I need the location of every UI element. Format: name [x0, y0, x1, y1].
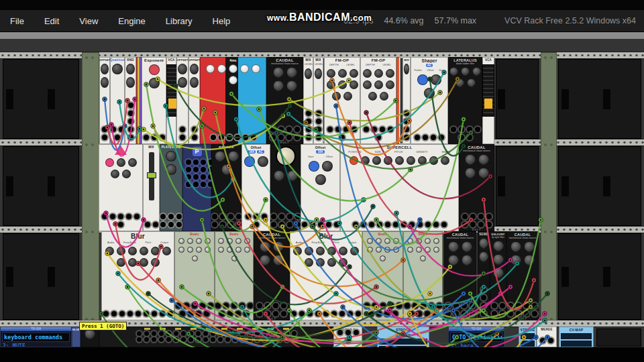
jack[interactable]	[257, 303, 262, 308]
jack[interactable]	[111, 311, 117, 316]
knob[interactable]	[286, 67, 297, 78]
jack[interactable]	[316, 127, 321, 132]
jack[interactable]	[462, 311, 467, 316]
jack[interactable]	[372, 127, 377, 132]
jack[interactable]	[231, 303, 237, 308]
jack[interactable]	[306, 119, 311, 124]
jack[interactable]	[128, 103, 133, 108]
menu-file[interactable]: File	[0, 16, 34, 26]
jack[interactable]	[417, 311, 422, 316]
jack[interactable]	[439, 135, 444, 140]
jack[interactable]	[409, 311, 414, 316]
jack[interactable]	[380, 127, 385, 132]
knob[interactable]	[449, 67, 458, 76]
knob[interactable]	[407, 238, 413, 244]
jack[interactable]	[193, 182, 199, 187]
knob[interactable]	[350, 247, 359, 255]
jack[interactable]	[193, 174, 199, 180]
module-cv-map-3-9[interactable]: CV-MAP	[559, 326, 594, 347]
jack[interactable]	[500, 303, 505, 308]
jack[interactable]	[211, 337, 215, 342]
jack[interactable]	[251, 135, 256, 140]
jack[interactable]	[295, 214, 301, 219]
jack[interactable]	[459, 127, 464, 132]
knob[interactable]	[140, 247, 148, 255]
jack[interactable]	[118, 222, 123, 227]
menu-library[interactable]: Library	[156, 16, 203, 26]
jack[interactable]	[180, 127, 185, 132]
jack[interactable]	[478, 214, 484, 219]
jack[interactable]	[201, 174, 206, 180]
green-blank-panel[interactable]	[541, 52, 557, 320]
module-beats-2-1[interactable]: Beats	[174, 231, 215, 320]
knob[interactable]	[327, 247, 336, 255]
jack[interactable]	[437, 303, 442, 308]
blank-panel[interactable]	[596, 328, 641, 347]
jack[interactable]	[492, 303, 497, 308]
jack[interactable]	[306, 127, 311, 132]
knob[interactable]	[380, 255, 386, 261]
knob[interactable]	[393, 238, 399, 244]
jack[interactable]	[233, 337, 237, 342]
jack[interactable]	[223, 303, 229, 308]
jack[interactable]	[271, 222, 276, 227]
jack[interactable]	[334, 222, 339, 227]
module-audio-8-3-4[interactable]: AUDIO 8	[333, 326, 362, 347]
knob[interactable]	[420, 255, 426, 261]
jack[interactable]	[294, 127, 300, 132]
knob[interactable]	[339, 258, 347, 267]
knob[interactable]	[128, 158, 137, 167]
jack[interactable]	[102, 127, 107, 132]
knob[interactable]	[363, 80, 372, 89]
jack[interactable]	[316, 119, 321, 124]
jack[interactable]	[137, 331, 142, 336]
jack[interactable]	[470, 222, 476, 227]
jack[interactable]	[144, 331, 149, 336]
knob[interactable]	[455, 78, 464, 87]
knob[interactable]	[417, 74, 428, 85]
jack[interactable]	[134, 214, 140, 219]
jack[interactable]	[128, 119, 133, 124]
knob[interactable]	[343, 92, 352, 101]
knob[interactable]	[117, 158, 125, 167]
jack[interactable]	[462, 222, 468, 227]
module-panel-0-3[interactable]	[136, 57, 142, 144]
knob[interactable]	[338, 69, 347, 78]
knob[interactable]	[260, 241, 270, 252]
jack[interactable]	[299, 311, 305, 316]
menu-view[interactable]: View	[69, 16, 108, 26]
jack[interactable]	[316, 135, 321, 140]
knob[interactable]	[205, 247, 211, 253]
jack[interactable]	[481, 287, 486, 292]
knob[interactable]	[395, 156, 404, 165]
jack[interactable]	[212, 222, 217, 227]
jack[interactable]	[404, 127, 409, 132]
module-quantizer-0-1[interactable]: Quantizer	[110, 57, 125, 144]
jack[interactable]	[470, 214, 476, 219]
knob[interactable]	[374, 69, 383, 78]
jack[interactable]	[475, 127, 480, 132]
jack[interactable]	[279, 222, 284, 227]
jack[interactable]	[220, 214, 225, 219]
module-beats-2-2[interactable]: Beats	[215, 231, 254, 320]
jack[interactable]	[326, 222, 331, 227]
knob[interactable]	[117, 247, 125, 255]
jack[interactable]	[277, 331, 282, 336]
module-blur-2-4[interactable]: BlurAudioFreq BandPitchOutput	[290, 231, 362, 320]
jack[interactable]	[174, 337, 178, 342]
jack[interactable]	[441, 222, 447, 227]
knob[interactable]	[235, 247, 241, 253]
jack[interactable]	[193, 160, 199, 165]
knob[interactable]	[178, 247, 184, 253]
knob[interactable]	[196, 238, 202, 244]
jack[interactable]	[188, 311, 193, 316]
jack[interactable]	[255, 331, 260, 336]
knob[interactable]	[350, 80, 358, 89]
knob[interactable]	[140, 258, 148, 267]
jack[interactable]	[262, 337, 267, 342]
jack[interactable]	[478, 222, 484, 227]
jack[interactable]	[128, 111, 133, 116]
jack[interactable]	[102, 214, 107, 219]
knob[interactable]	[478, 154, 489, 165]
knob[interactable]	[227, 247, 233, 253]
